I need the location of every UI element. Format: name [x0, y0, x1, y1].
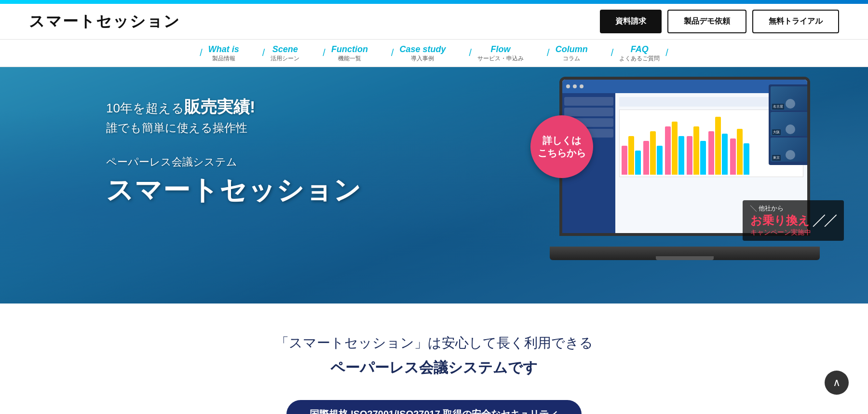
bar	[722, 134, 728, 175]
video-call-panel: 名古屋 大阪 東京	[769, 84, 807, 165]
bar	[715, 117, 721, 175]
main-nav: What is 製品情報 Scene 活用シーン Function 機能一覧 C…	[0, 40, 868, 67]
campaign-banner: ╲ 他社から お乗り換え ╱╱ キャンペーン実施中	[743, 200, 844, 241]
campaign-arrow-left: ╲	[750, 205, 757, 212]
bar	[643, 141, 649, 175]
bar-group-6	[730, 129, 749, 175]
campaign-prefix-text: 他社から	[759, 205, 784, 212]
bar	[737, 129, 743, 175]
bar-group-1	[622, 136, 641, 175]
sidebar-item-1	[564, 97, 613, 106]
campaign-main-text: お乗り換え ╱╱	[750, 213, 836, 228]
campaign-suffix-text: キャンペーン実施中	[750, 228, 836, 237]
campaign-slashes: ╱╱	[813, 214, 836, 227]
bar	[730, 138, 736, 175]
cta-circle-button[interactable]: 詳しくは こちらから	[530, 115, 593, 178]
nav-item-faq[interactable]: FAQ よくあるご質問	[599, 40, 680, 67]
bar	[678, 136, 684, 175]
intro-line1-text: 「スマートセッション」は安心して長く利用できる	[275, 335, 593, 350]
video-name-1: 名古屋	[772, 104, 784, 110]
bar	[665, 126, 671, 175]
bar	[628, 136, 634, 175]
hero-line1-prefix: 10年を超える	[106, 101, 184, 115]
nav-item-scene[interactable]: Scene 活用シーン	[251, 40, 312, 67]
nav-item-column[interactable]: Column コラム	[535, 40, 599, 67]
video-name-2: 大阪	[772, 129, 781, 135]
nav-item-what-is[interactable]: What is 製品情報	[188, 40, 251, 67]
site-header: スマートセッション 資料請求 製品デモ依頼 無料トライアル	[0, 4, 868, 40]
bar	[693, 126, 699, 175]
bar-group-5	[708, 117, 728, 175]
hero-line2: 誰でも簡単に使える操作性	[106, 120, 362, 136]
bar	[622, 146, 627, 175]
intro-section: 「スマートセッション」は安心して長く利用できる ペーパーレス会議システムです 国…	[0, 304, 868, 414]
bar	[687, 136, 692, 175]
bar-group-2	[643, 131, 663, 175]
laptop-base	[550, 247, 820, 260]
video-tile-3: 東京	[771, 138, 807, 162]
hero-line1-bold: 販売実績!	[184, 97, 255, 116]
bar	[700, 141, 706, 175]
nav-item-function[interactable]: Function 機能一覧	[311, 40, 380, 67]
bar-group-4	[687, 126, 706, 175]
intro-line2-prefix: ペーパーレス会議システム	[330, 359, 508, 375]
cta-circle-line1: 詳しくは	[542, 134, 581, 147]
scroll-to-top-button[interactable]: ∧	[825, 371, 849, 395]
campaign-main-label: お乗り換え	[750, 214, 810, 227]
intro-line2: ペーパーレス会議システムです	[19, 358, 849, 378]
screen-dot-2	[573, 84, 577, 88]
intro-line1: 「スマートセッション」は安心して長く利用できる	[19, 332, 849, 354]
free-trial-button[interactable]: 無料トライアル	[752, 10, 839, 33]
video-tile-1: 名古屋	[771, 86, 807, 110]
bar	[657, 146, 663, 175]
security-badge: 国際規格 ISO27001/ISO27017 取得の安全なセキュリティ	[286, 400, 582, 414]
hero-laptop-area: 詳しくは こちらから	[550, 77, 829, 279]
hero-line1: 10年を超える販売実績!	[106, 96, 362, 118]
hero-product-title: スマートセッション	[106, 172, 362, 209]
bar	[708, 131, 714, 175]
screen-dot-3	[580, 84, 583, 88]
bar	[744, 143, 749, 175]
top-gradient-bar	[0, 0, 868, 4]
request-materials-button[interactable]: 資料請求	[600, 10, 662, 33]
header-button-group: 資料請求 製品デモ依頼 無料トライアル	[600, 10, 839, 33]
nav-item-flow[interactable]: Flow サービス・申込み	[458, 40, 536, 67]
video-tile-2: 大阪	[771, 112, 807, 136]
bar	[672, 122, 678, 175]
product-demo-button[interactable]: 製品デモ依頼	[667, 10, 746, 33]
screen-dot-1	[566, 84, 570, 88]
intro-line2-suffix: です	[508, 359, 538, 375]
bar	[635, 151, 641, 175]
campaign-prefix: ╲ 他社から	[750, 204, 836, 213]
hero-text-content: 10年を超える販売実績! 誰でも簡単に使える操作性 ペーパーレス会議システム ス…	[106, 96, 362, 209]
site-logo: スマートセッション	[29, 11, 180, 32]
hero-section: 10年を超える販売実績! 誰でも簡単に使える操作性 ペーパーレス会議システム ス…	[0, 67, 868, 304]
nav-item-case-study[interactable]: Case study 導入事例	[380, 40, 458, 67]
sidebar-item-2	[564, 108, 613, 116]
bar	[650, 131, 656, 175]
cta-circle-line2: こちらから	[538, 147, 586, 159]
bar-group-3	[665, 122, 684, 175]
hero-product-label: ペーパーレス会議システム	[106, 155, 362, 169]
scroll-top-icon: ∧	[833, 376, 841, 389]
video-name-3: 東京	[772, 155, 781, 161]
